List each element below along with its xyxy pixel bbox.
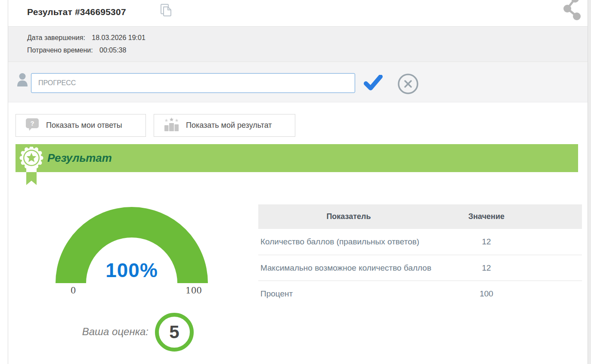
- grade-value: 5: [169, 322, 179, 342]
- gauge-min-tick: 0: [64, 285, 83, 296]
- table-header-row: Показатель Значение: [258, 204, 582, 229]
- time-spent-value: 00:05:38: [99, 46, 126, 54]
- page-gutter: [588, 0, 591, 364]
- table-header-indicator: Показатель: [258, 212, 439, 221]
- grade-circle: 5: [155, 313, 194, 352]
- row-name: Процент: [258, 289, 439, 299]
- finish-date-value: 18.03.2026 19:01: [92, 34, 145, 42]
- row-name: Максимально возможное количество баллов: [258, 263, 439, 273]
- table-row: Максимально возможное количество баллов …: [258, 255, 582, 281]
- row-value: 100: [439, 289, 534, 299]
- row-value: 12: [439, 263, 534, 273]
- result-page: Результат #346695307 Дата завершения: 18…: [0, 0, 591, 364]
- gauge-value-label: 100%: [97, 259, 166, 282]
- show-result-button[interactable]: Показать мой результат: [154, 114, 295, 137]
- row-value: 12: [439, 237, 534, 247]
- time-spent-label: Потрачено времени:: [27, 46, 93, 54]
- show-result-label: Показать мой результат: [186, 121, 272, 130]
- person-icon: [17, 73, 28, 88]
- finish-date-label: Дата завершения:: [27, 34, 85, 42]
- cancel-circle-x-icon[interactable]: [397, 73, 419, 97]
- result-table: Показатель Значение Количество баллов (п…: [258, 204, 582, 306]
- share-icon[interactable]: [562, 0, 586, 24]
- confirm-check-icon[interactable]: [364, 75, 383, 93]
- copy-icon[interactable]: [159, 3, 173, 19]
- grade-label: Ваша оценка:: [43, 326, 149, 338]
- svg-text:?: ?: [30, 120, 34, 127]
- result-banner: Результат: [15, 144, 578, 172]
- info-band: [8, 27, 588, 62]
- table-row: Количество баллов (правильных ответов) 1…: [258, 229, 582, 255]
- table-header-value: Значение: [439, 212, 534, 221]
- time-spent-row: Потрачено времени: 00:05:38: [27, 46, 126, 54]
- gauge-max-tick: 100: [178, 285, 210, 296]
- finish-date-row: Дата завершения: 18.03.2026 19:01: [27, 34, 145, 42]
- result-banner-title: Результат: [47, 144, 112, 172]
- podium-stars-icon: [164, 117, 179, 134]
- show-answers-button[interactable]: ? Показать мои ответы: [15, 114, 146, 137]
- row-name: Количество баллов (правильных ответов): [258, 237, 439, 247]
- question-bubble-icon: ?: [25, 118, 39, 133]
- rosette-badge-icon: [19, 147, 44, 189]
- show-answers-label: Показать мои ответы: [46, 121, 122, 130]
- table-row: Процент 100: [258, 281, 582, 306]
- page-title: Результат #346695307: [27, 7, 126, 17]
- user-name-input[interactable]: [31, 73, 355, 93]
